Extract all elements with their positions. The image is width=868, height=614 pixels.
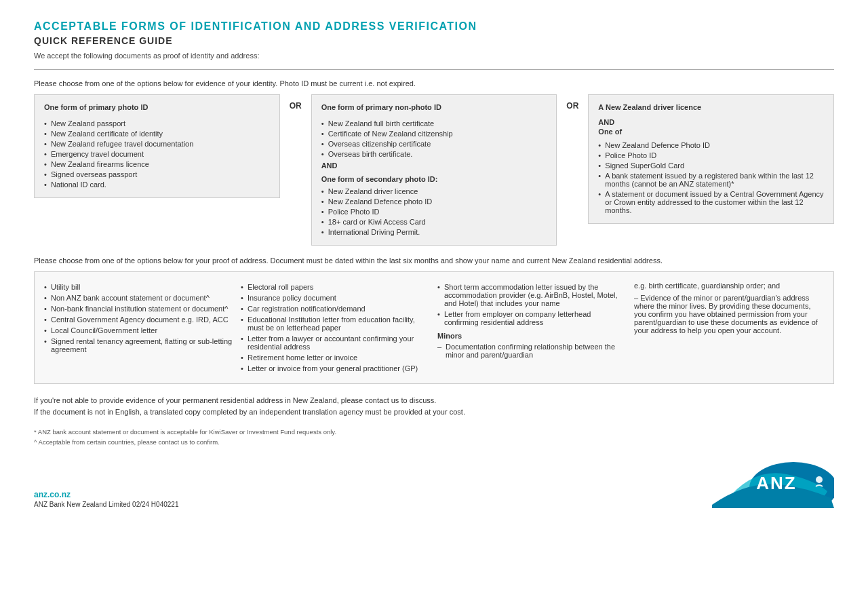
svg-text:ANZ: ANZ [756, 473, 796, 493]
list-item: Retirement home letter or invoice [241, 352, 431, 363]
primary-non-photo-id-list: New Zealand full birth certificate Certi… [321, 118, 547, 159]
list-item: Certificate of New Zealand citizenship [321, 128, 547, 138]
address-col4-item1: e.g. birth certificate, guardianship ord… [634, 282, 824, 290]
anz-logo: ANZ [712, 454, 834, 508]
list-item: Non ANZ bank account statement or docume… [44, 292, 234, 303]
or-label-1: OR [280, 101, 311, 111]
address-col-2: Electoral roll papers Insurance policy d… [241, 282, 431, 374]
list-item: New Zealand Defence Photo ID [598, 140, 824, 150]
identity-instruction: Please choose from one of the options be… [34, 79, 834, 88]
svg-point-3 [816, 476, 823, 483]
list-item: Police Photo ID [598, 150, 824, 160]
list-item: Police Photo ID [321, 206, 547, 216]
primary-photo-id-header: One form of primary photo ID [44, 103, 270, 111]
divider [34, 69, 834, 70]
list-item: Central Government Agency document e.g. … [44, 314, 234, 325]
identity-columns: One form of primary photo ID New Zealand… [34, 94, 834, 246]
list-item: A statement or document issued by a Cent… [598, 189, 824, 215]
sub-title: QUICK REFERENCE GUIDE [34, 35, 834, 46]
list-item: Overseas birth certificate. [321, 149, 547, 159]
nz-driver-licence-box: A New Zealand driver licence AND One of … [588, 94, 834, 224]
list-item: Signed overseas passport [44, 169, 270, 179]
page-header: ACCEPTABLE FORMS OF IDENTIFICATION AND A… [34, 20, 834, 60]
list-item: Overseas citizenship certificate [321, 138, 547, 149]
address-col-1: Utility bill Non ANZ bank account statem… [44, 282, 234, 374]
footnote-2: ^ Acceptable from certain countries, ple… [34, 437, 834, 447]
address-col-3: Short term accommodation letter issued b… [437, 282, 627, 374]
anz-website-link[interactable]: anz.co.nz [34, 490, 178, 499]
bottom-left: anz.co.nz ANZ Bank New Zealand Limited 0… [34, 490, 178, 508]
list-item: Signed SuperGold Card [598, 160, 824, 170]
footer-notes: If you're not able to provide evidence o… [34, 395, 834, 417]
secondary-photo-id-list: New Zealand driver licence New Zealand D… [321, 186, 547, 237]
address-instruction: Please choose from one of the options be… [34, 256, 834, 265]
list-item: National ID card. [44, 179, 270, 189]
list-item: New Zealand Defence photo ID [321, 196, 547, 206]
footnote-1: * ANZ bank account statement or document… [34, 427, 834, 437]
list-item: Letter from a lawyer or accountant confi… [241, 333, 431, 352]
list-item: New Zealand refugee travel documentation [44, 138, 270, 149]
footer-note-1: If you're not able to provide evidence o… [34, 395, 834, 406]
list-item: A bank statement issued by a registered … [598, 170, 824, 189]
list-item: International Driving Permit. [321, 227, 547, 237]
list-item: Utility bill [44, 282, 234, 292]
anz-bank-label: ANZ Bank New Zealand Limited 02/24 H0402… [34, 501, 178, 508]
address-columns: Utility bill Non ANZ bank account statem… [44, 282, 824, 374]
list-item: 18+ card or Kiwi Access Card [321, 216, 547, 227]
list-item: Signed rental tenancy agreement, flattin… [44, 336, 234, 355]
primary-non-photo-id-box: One form of primary non-photo ID New Zea… [311, 94, 557, 246]
nz-driver-licence-list: New Zealand Defence Photo ID Police Phot… [598, 140, 824, 215]
and-label-1: AND [321, 161, 547, 170]
list-item: Insurance policy document [241, 292, 431, 303]
list-item: Emergency travel document [44, 149, 270, 159]
secondary-photo-id-header: One form of secondary photo ID: [321, 175, 547, 183]
address-col4-item2: – Evidence of the minor or parent/guardi… [634, 294, 824, 334]
footnotes: * ANZ bank account statement or document… [34, 427, 834, 447]
list-item: Short term accommodation letter issued b… [437, 282, 627, 309]
list-item: Non-bank financial institution statement… [44, 303, 234, 314]
address-list-1: Utility bill Non ANZ bank account statem… [44, 282, 234, 355]
list-item: New Zealand firearms licence [44, 159, 270, 169]
list-item: New Zealand certificate of identity [44, 128, 270, 138]
address-box: Utility bill Non ANZ bank account statem… [34, 271, 834, 384]
minors-sub-item: Documentation confirming relationship be… [437, 343, 627, 359]
anz-logo-area: ANZ [712, 454, 834, 508]
main-title: ACCEPTABLE FORMS OF IDENTIFICATION AND A… [34, 20, 834, 33]
primary-non-photo-id-header: One form of primary non-photo ID [321, 103, 547, 111]
list-item: New Zealand driver licence [321, 186, 547, 196]
nz-driver-licence-header: A New Zealand driver licence [598, 103, 824, 111]
list-item: New Zealand passport [44, 118, 270, 128]
list-item: New Zealand full birth certificate [321, 118, 547, 128]
intro-text: We accept the following documents as pro… [34, 52, 834, 60]
one-of-label: One of [598, 128, 824, 136]
primary-photo-id-list: New Zealand passport New Zealand certifi… [44, 118, 270, 189]
address-list-3: Short term accommodation letter issued b… [437, 282, 627, 328]
footer-note-2: If the document is not in English, a tra… [34, 406, 834, 418]
list-item: Letter from employer on company letterhe… [437, 309, 627, 328]
primary-photo-id-box: One form of primary photo ID New Zealand… [34, 94, 280, 198]
address-list-2: Electoral roll papers Insurance policy d… [241, 282, 431, 374]
list-item: Local Council/Government letter [44, 325, 234, 336]
list-item: Electoral roll papers [241, 282, 431, 292]
list-item: Car registration notification/demand [241, 303, 431, 314]
or-label-2: OR [557, 101, 588, 111]
list-item: Educational Institution letter from educ… [241, 314, 431, 333]
address-col-4: e.g. birth certificate, guardianship ord… [634, 282, 824, 374]
and-label-2: AND [598, 118, 824, 126]
bottom-bar: anz.co.nz ANZ Bank New Zealand Limited 0… [34, 454, 834, 508]
list-item: Letter or invoice from your general prac… [241, 363, 431, 374]
minors-header: Minors [437, 332, 627, 340]
